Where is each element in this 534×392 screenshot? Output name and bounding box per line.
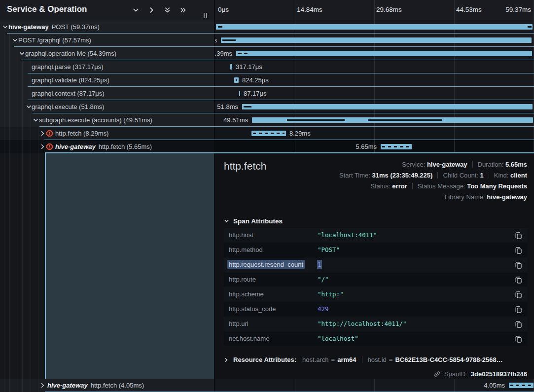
bar-duration-label: 4.05ms (484, 379, 505, 392)
chevron-right-icon[interactable] (224, 357, 229, 362)
attribute-row[interactable]: net.host.name"localhost" (224, 332, 527, 346)
chevron-right-icon[interactable] (39, 130, 46, 137)
indent-guide (16, 127, 16, 140)
span-attributes-toggle[interactable]: Span Attributes (224, 217, 283, 225)
copy-button[interactable] (514, 231, 523, 240)
chevron-right-icon[interactable] (147, 6, 156, 14)
panel-resize-handle[interactable] (204, 13, 207, 18)
chevron-right-icon[interactable] (39, 382, 46, 389)
span-tree-cell[interactable]: hive-gatewayhttp.fetch (4.05ms) (0, 379, 214, 392)
span-row-8[interactable]: http.fetch (8.29ms)8.29ms (0, 127, 534, 140)
span-row-4[interactable]: graphql.validate (824.25μs)824.25μs (0, 73, 534, 87)
copy-button[interactable] (514, 334, 523, 343)
timeline-gridline (374, 127, 375, 140)
span-row-10[interactable]: hive-gatewayhttp.fetch (4.05ms)4.05ms (0, 379, 534, 392)
span-row-2[interactable]: graphql.operation Me (54.39ms)54.39ms (0, 47, 534, 60)
span-row-1[interactable]: POST /graphql (57.57ms)57.57ms (0, 34, 534, 47)
span-timeline-cell[interactable]: 824.25μs (214, 73, 534, 87)
span-tree-cell[interactable]: graphql.validate (824.25μs) (0, 73, 214, 87)
attribute-row[interactable]: http.scheme"http:" (224, 287, 527, 301)
meta-label: Kind: (494, 172, 510, 179)
meta-label: Service: (402, 161, 427, 168)
span-duration-bar[interactable] (236, 51, 532, 56)
span-tree-cell[interactable]: POST /graphql (57.57ms) (0, 34, 214, 47)
copy-button[interactable] (514, 246, 523, 254)
span-tree-cell[interactable]: graphql.operation Me (54.39ms) (0, 47, 214, 60)
chevron-down-icon[interactable] (2, 24, 8, 30)
span-timeline-cell[interactable]: 54.39ms (214, 47, 534, 60)
bar-child-marker (368, 119, 442, 121)
copy-button[interactable] (514, 305, 523, 314)
span-timeline-cell[interactable]: 49.51ms (214, 113, 534, 127)
copy-button[interactable] (514, 290, 523, 299)
span-tree-cell[interactable]: hive-gatewayhttp.fetch (5.65ms) (0, 140, 214, 153)
bar-child-marker (218, 26, 222, 28)
indent-guide (16, 100, 16, 113)
span-duration-bar[interactable] (234, 77, 239, 83)
bar-child-marker (238, 53, 242, 54)
expanded-span-block (45, 153, 214, 379)
span-tree-cell[interactable]: http.fetch (8.29ms) (0, 127, 214, 140)
chevron-down-icon[interactable] (132, 6, 140, 14)
chevron-down-icon[interactable] (19, 50, 25, 57)
span-row-3[interactable]: graphql.parse (317.17μs)317.17μs (0, 60, 534, 73)
resource-attributes-title[interactable]: Resource Attributes: (233, 354, 296, 366)
span-timeline-cell[interactable]: 51.8ms (214, 100, 534, 113)
span-duration-bar[interactable] (509, 383, 534, 388)
meta-value: 31ms (23:35:49.225) (372, 172, 433, 179)
chevron-down-icon (224, 218, 229, 224)
tree-header-title: Service & Operation (7, 4, 87, 14)
indent-guide (22, 87, 23, 100)
attribute-row[interactable]: http.host"localhost:4011" (224, 228, 527, 242)
span-timeline-cell[interactable] (214, 20, 534, 34)
span-row-5[interactable]: graphql.context (87.17μs)87.17μs (0, 87, 534, 100)
span-timeline-cell[interactable]: 87.17μs (214, 87, 534, 100)
span-row-9[interactable]: hive-gatewayhttp.fetch (5.65ms)5.65ms (0, 140, 534, 153)
span-tree-cell[interactable]: hive-gatewayPOST (59.37ms) (0, 20, 214, 34)
span-label: subgraph.execute (accounts) (49.51ms) (39, 113, 152, 127)
copy-button[interactable] (514, 320, 523, 328)
double-chevron-right-icon[interactable] (179, 6, 187, 14)
span-row-6[interactable]: graphql.execute (51.8ms)51.8ms (0, 100, 534, 113)
resource-value: BC62E13B-C4CC-5854-9788-2568… (395, 356, 502, 363)
span-duration-bar[interactable] (230, 64, 232, 70)
chevron-right-icon[interactable] (39, 143, 46, 150)
span-timeline-cell[interactable]: 4.05ms (214, 379, 534, 392)
span-tree-cell[interactable]: subgraph.execute (accounts) (49.51ms) (0, 113, 214, 127)
span-timeline-cell[interactable]: 57.57ms (214, 34, 534, 47)
copy-button[interactable] (514, 260, 523, 269)
span-timeline-cell[interactable]: 5.65ms (214, 140, 534, 153)
attribute-row[interactable]: http.route"/" (224, 273, 527, 286)
attribute-row[interactable]: http.method"POST" (224, 243, 527, 257)
indent-guide (4, 73, 4, 87)
span-tree-cell[interactable]: graphql.execute (51.8ms) (0, 100, 214, 113)
link-icon[interactable] (433, 370, 441, 378)
attribute-row[interactable]: http.request.resend_count1 (224, 258, 527, 272)
attribute-row[interactable]: http.status_code429 (224, 302, 527, 316)
span-duration-bar[interactable] (221, 37, 532, 43)
span-tree-cell[interactable]: graphql.context (87.17μs) (0, 87, 214, 100)
span-timeline-cell[interactable]: 8.29ms (214, 127, 534, 140)
indent-guide (16, 47, 16, 60)
span-row-0[interactable]: hive-gatewayPOST (59.37ms) (0, 20, 534, 34)
span-duration-bar[interactable] (216, 24, 533, 30)
span-duration-bar[interactable] (239, 91, 240, 96)
chevron-down-icon[interactable] (12, 37, 18, 43)
attribute-row[interactable]: http.url"http://localhost:4011/" (224, 317, 527, 331)
double-chevron-down-icon[interactable] (163, 6, 172, 14)
span-tree-cell[interactable]: graphql.parse (317.17μs) (0, 60, 214, 73)
copy-button[interactable] (514, 275, 523, 284)
attribute-value: "http:" (318, 287, 344, 301)
indent-guide (31, 379, 31, 392)
span-duration-bar[interactable] (251, 131, 286, 136)
meta-divider (472, 161, 473, 168)
span-duration-bar[interactable] (381, 144, 412, 149)
span-duration-bar[interactable] (242, 104, 533, 109)
span-id-row: SpanID: 3de02518937fb246 (433, 368, 527, 379)
span-row-7[interactable]: subgraph.execute (accounts) (49.51ms)49.… (0, 113, 534, 127)
meta-value: error (392, 182, 407, 190)
span-timeline-cell[interactable]: 317.17μs (214, 60, 534, 73)
span-meta: Service: hive-gatewayDuration: 5.65msSta… (339, 159, 527, 203)
chevron-down-icon[interactable] (33, 117, 39, 123)
span-meta-line: Status: errorStatus Message: Too Many Re… (339, 181, 527, 192)
